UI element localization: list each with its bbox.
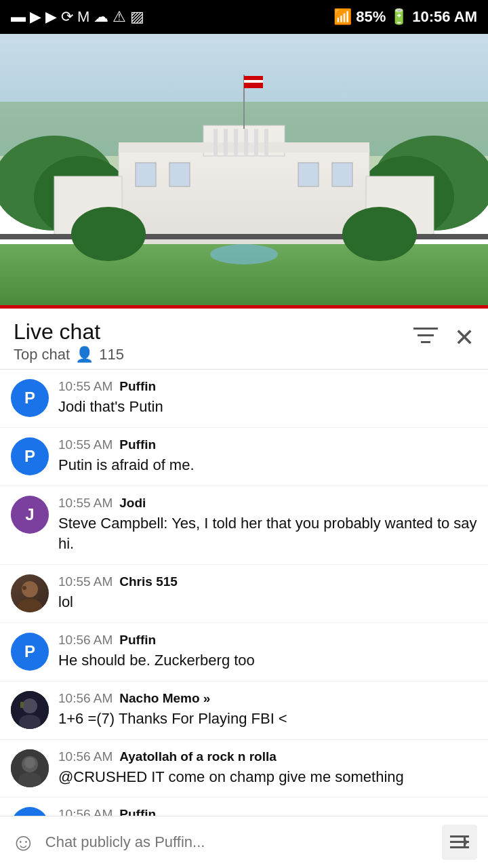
status-icons: ▬ ▶ ▶ ⟳ M ☁ ⚠ ▨ [11,8,144,26]
send-button[interactable] [442,825,477,860]
app-icon-7: ⚠ [113,8,126,26]
avatar-chris [11,574,49,612]
svg-rect-13 [234,129,238,156]
svg-point-40 [19,715,41,729]
avatar-nacho [11,691,49,729]
svg-rect-20 [332,163,352,186]
app-icon-3: ▶ [45,8,57,26]
svg-point-36 [18,599,42,612]
message-content-7: 10:56 AM Ayatollah of a rock n rolla @CR… [58,749,477,788]
chat-input-field[interactable] [45,833,432,851]
wifi-icon: 📶 [333,8,352,26]
chat-header: Live chat Top chat 👤 115 ✕ [0,309,488,370]
message-time-3: 10:55 AM [58,496,113,511]
svg-point-30 [71,207,146,261]
svg-point-28 [210,244,278,264]
chat-title: Live chat [14,319,124,344]
svg-point-39 [22,698,37,713]
svg-rect-32 [413,328,438,330]
message-time-5: 10:56 AM [58,633,113,648]
emoji-button[interactable]: ☺ [11,828,36,856]
message-content-1: 10:55 AM Puffin Jodi that's Putin [58,379,477,418]
svg-rect-48 [450,846,469,848]
message-name-7: Ayatollah of a rock n rolla [119,749,277,764]
message-text-1: Jodi that's Putin [58,397,477,418]
app-icon-8: ▨ [130,8,144,26]
app-icon-2: ▶ [30,8,41,26]
message-text-4: lol [58,592,477,613]
svg-rect-26 [244,84,263,87]
chat-section: Live chat Top chat 👤 115 ✕ P [0,309,488,868]
message-meta-3: 10:55 AM Jodi [58,496,477,511]
message-time-6: 10:56 AM [58,691,113,706]
message-meta-1: 10:55 AM Puffin [58,379,477,394]
svg-point-31 [342,207,417,261]
svg-rect-11 [214,129,218,156]
svg-point-37 [22,586,26,590]
message-time-1: 10:55 AM [58,379,113,394]
message-time-4: 10:55 AM [58,574,113,589]
app-icon-5: M [77,8,89,26]
message-name-2: Puffin [119,437,156,452]
svg-rect-46 [450,835,469,837]
battery-icon: 🔋 [390,8,408,26]
svg-rect-34 [421,341,430,343]
svg-rect-19 [298,163,319,186]
chat-header-right[interactable]: ✕ [413,319,474,352]
svg-rect-12 [224,129,228,156]
app-icon-4: ⟳ [61,8,73,26]
message-meta-5: 10:56 AM Puffin [58,633,477,648]
message-text-5: He should be. Zuckerberg too [58,650,477,671]
message-text-7: @CRUSHED IT come on champ give me someth… [58,767,477,788]
app-icon-1: ▬ [11,8,26,26]
close-button[interactable]: ✕ [454,323,474,352]
chat-message-4: 10:55 AM Chris 515 lol [0,565,488,623]
svg-rect-18 [169,163,190,186]
app-icon-6: ☁ [94,8,108,26]
avatar-puffin-3: P [11,633,49,671]
message-name-1: Puffin [119,379,156,394]
chat-message-7: 10:56 AM Ayatollah of a rock n rolla @CR… [0,740,488,798]
battery-percent: 85% [356,8,386,26]
message-content-5: 10:56 AM Puffin He should be. Zuckerberg… [58,633,477,671]
svg-point-45 [24,757,35,768]
message-content-4: 10:55 AM Chris 515 lol [58,574,477,613]
chat-message-2: P 10:55 AM Puffin Putin is afraid of me. [0,428,488,486]
message-time-2: 10:55 AM [58,437,113,452]
message-content-6: 10:56 AM Nacho Memo » 1+6 =(7) Thanks Fo… [58,691,477,730]
time-display: 10:56 AM [412,8,477,26]
status-bar: ▬ ▶ ▶ ⟳ M ☁ ⚠ ▨ 📶 85% 🔋 10:56 AM [0,0,488,34]
message-content-3: 10:55 AM Jodi Steve Campbell: Yes, I tol… [58,496,477,555]
avatar-ayatollah [11,749,49,787]
message-name-3: Jodi [119,496,146,511]
message-text-3: Steve Campbell: Yes, I told her that you… [58,513,477,555]
message-meta-7: 10:56 AM Ayatollah of a rock n rolla [58,749,477,764]
message-text-6: 1+6 =(7) Thanks For Playing FBI < [58,709,477,730]
svg-rect-15 [254,129,258,156]
svg-rect-25 [244,80,263,83]
people-icon: 👤 [75,346,94,363]
avatar-jodi: J [11,496,49,534]
viewer-count: 115 [99,346,124,363]
message-content-2: 10:55 AM Puffin Putin is afraid of me. [58,437,477,476]
chat-message-5: P 10:56 AM Puffin He should be. Zuckerbe… [0,623,488,682]
chat-subtitle: Top chat 👤 115 [14,346,124,363]
chat-input-bar[interactable]: ☺ [0,816,488,868]
message-meta-4: 10:55 AM Chris 515 [58,574,477,589]
filter-button[interactable] [413,326,438,350]
hero-svg [0,34,488,305]
message-meta-2: 10:55 AM Puffin [58,437,477,452]
chat-message-6: 10:56 AM Nacho Memo » 1+6 =(7) Thanks Fo… [0,682,488,740]
chat-messages: P 10:55 AM Puffin Jodi that's Putin P 10… [0,370,488,868]
message-name-5: Puffin [119,633,156,648]
avatar-puffin-2: P [11,437,49,475]
message-name-4: Chris 515 [119,574,178,589]
svg-rect-16 [264,129,268,156]
status-right-icons: 📶 85% 🔋 10:56 AM [333,8,477,26]
svg-rect-17 [136,163,156,186]
message-text-2: Putin is afraid of me. [58,455,477,476]
message-name-6: Nacho Memo » [119,691,210,706]
chat-message-3: J 10:55 AM Jodi Steve Campbell: Yes, I t… [0,486,488,566]
top-chat-label: Top chat [14,346,70,363]
svg-rect-41 [20,702,24,708]
